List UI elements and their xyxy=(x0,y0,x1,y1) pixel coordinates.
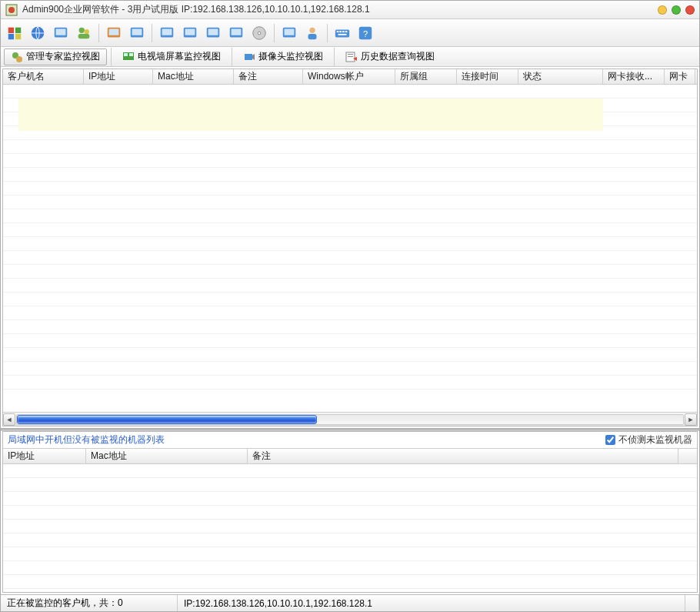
toolbar-separator xyxy=(98,24,99,42)
tab-label: 摄像头监控视图 xyxy=(258,50,323,63)
close-button[interactable] xyxy=(685,5,695,15)
table-row xyxy=(3,251,697,265)
windows-icon-button[interactable] xyxy=(225,22,247,44)
svg-point-10 xyxy=(84,28,88,33)
disc-icon-button[interactable] xyxy=(248,22,270,44)
tab-1[interactable]: 电视墙屏幕监控视图 xyxy=(115,48,228,65)
status-client-count: 正在被监控的客户机，共：0 xyxy=(1,595,178,611)
table-row xyxy=(3,279,697,293)
table-row xyxy=(3,520,697,533)
lower-title: 局域网中开机但没有被监视的机器列表 xyxy=(8,433,605,446)
table-row xyxy=(3,293,697,306)
title-bar: Admin900企业网管软件 - 3用户试用版 IP:192.168.138.1… xyxy=(1,1,699,19)
flag-icon-button[interactable] xyxy=(103,22,125,44)
scroll-track[interactable] xyxy=(16,414,684,425)
status-bar: 正在被监控的客户机，共：0 IP:192.168.138.126,10.10.1… xyxy=(1,594,699,611)
svg-rect-15 xyxy=(132,28,142,35)
svg-rect-30 xyxy=(335,29,349,37)
scroll-right-button[interactable]: ► xyxy=(685,413,697,426)
column-header[interactable]: 连接时间 xyxy=(457,69,518,84)
page-icon-button[interactable] xyxy=(202,22,224,44)
display-icon-button[interactable] xyxy=(156,22,178,44)
column-header[interactable]: IP地址 xyxy=(3,449,86,463)
column-header[interactable]: 备注 xyxy=(234,69,303,84)
column-header[interactable]: Mac地址 xyxy=(153,69,234,84)
status-grip xyxy=(685,595,699,611)
svg-rect-11 xyxy=(78,33,90,38)
svg-rect-4 xyxy=(8,33,14,38)
tab-0[interactable]: 管理专家监控视图 xyxy=(4,48,107,65)
no-detect-label: 不侦测未监视机器 xyxy=(618,433,692,446)
tab-label: 管理专家监控视图 xyxy=(26,50,100,63)
lower-grid-body[interactable] xyxy=(3,464,697,592)
svg-rect-31 xyxy=(337,31,339,32)
svg-rect-32 xyxy=(339,31,342,32)
svg-point-9 xyxy=(79,27,85,32)
svg-rect-2 xyxy=(8,27,14,32)
column-header[interactable]: IP地址 xyxy=(84,69,153,84)
table-row xyxy=(3,320,697,334)
scroll-thumb[interactable] xyxy=(17,415,317,424)
lower-panel: 局域网中开机但没有被监视的机器列表 不侦测未监视机器 IP地址Mac地址备注 xyxy=(2,431,698,593)
column-header[interactable]: 备注 xyxy=(248,449,678,463)
column-header[interactable]: 所属组 xyxy=(395,69,457,84)
minimize-button[interactable] xyxy=(658,5,667,15)
users-icon-button[interactable] xyxy=(73,22,95,44)
globe-icon-button[interactable] xyxy=(27,22,48,44)
tab-2[interactable]: 摄像头监控视图 xyxy=(236,48,330,65)
column-header[interactable]: Mac地址 xyxy=(86,449,248,463)
column-header[interactable]: 网卡接收... xyxy=(603,69,665,84)
column-header[interactable]: 客户机名 xyxy=(3,69,84,84)
svg-marker-44 xyxy=(252,54,255,60)
column-header[interactable]: Windows帐户 xyxy=(303,69,395,84)
svg-point-25 xyxy=(258,32,261,35)
svg-rect-17 xyxy=(162,28,172,35)
tab-label: 电视墙屏幕监控视图 xyxy=(138,50,221,63)
table-row xyxy=(3,306,697,320)
svg-rect-46 xyxy=(348,54,353,55)
svg-rect-42 xyxy=(129,53,133,56)
table-row xyxy=(3,575,697,589)
svg-rect-29 xyxy=(308,33,317,38)
shield-icon-button[interactable] xyxy=(4,22,25,44)
column-header[interactable]: 网卡 xyxy=(665,69,695,84)
envelope-icon-button[interactable] xyxy=(179,22,201,44)
table-row xyxy=(3,506,697,520)
table-row xyxy=(3,140,697,154)
main-grid-body[interactable] xyxy=(3,85,697,412)
scroll-left-button[interactable]: ◄ xyxy=(3,413,15,426)
gears-icon xyxy=(11,51,23,63)
help-icon-button[interactable]: ? xyxy=(355,22,376,44)
svg-rect-3 xyxy=(15,27,21,32)
table-row xyxy=(3,154,697,168)
form-icon-button[interactable] xyxy=(278,22,300,44)
monitor-icon-button[interactable] xyxy=(50,22,72,44)
table-row xyxy=(3,376,697,390)
tab-strip: 管理专家监控视图电视墙屏幕监控视图摄像头监控视图历史数据查询视图 xyxy=(1,47,699,67)
key-icon-button[interactable] xyxy=(126,22,148,44)
table-row xyxy=(3,182,697,196)
column-header[interactable]: 状态 xyxy=(518,69,603,84)
no-detect-checkbox-wrap[interactable]: 不侦测未监视机器 xyxy=(605,433,692,446)
table-row xyxy=(3,533,697,547)
svg-rect-43 xyxy=(245,54,252,60)
no-detect-checkbox[interactable] xyxy=(605,435,615,445)
app-window: Admin900企业网管软件 - 3用户试用版 IP:192.168.138.1… xyxy=(0,0,700,612)
table-row xyxy=(3,334,697,348)
svg-point-39 xyxy=(16,56,22,62)
main-grid-panel: 客户机名IP地址Mac地址备注Windows帐户所属组连接时间状态网卡接收...… xyxy=(2,69,698,426)
lower-grid-header: IP地址Mac地址备注 xyxy=(3,449,697,464)
table-row xyxy=(3,362,697,376)
person-icon-button[interactable] xyxy=(302,22,323,44)
lower-header: 局域网中开机但没有被监视的机器列表 不侦测未监视机器 xyxy=(3,432,697,449)
keyboard-icon-button[interactable] xyxy=(332,22,353,44)
horizontal-scrollbar[interactable]: ◄ ► xyxy=(3,412,697,426)
svg-text:?: ? xyxy=(363,28,368,38)
window-title: Admin900企业网管软件 - 3用户试用版 IP:192.168.138.1… xyxy=(22,3,658,16)
svg-rect-47 xyxy=(348,56,353,57)
svg-point-28 xyxy=(309,27,315,32)
maximize-button[interactable] xyxy=(672,5,681,15)
svg-rect-34 xyxy=(345,31,348,32)
tab-3[interactable]: 历史数据查询视图 xyxy=(338,48,442,65)
svg-rect-13 xyxy=(109,28,119,35)
